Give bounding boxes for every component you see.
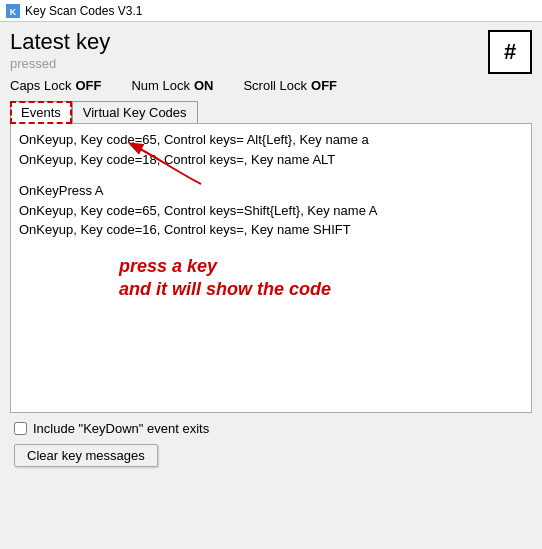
messages-area[interactable]: OnKeyup, Key code=65, Control keys= Alt{… — [10, 123, 532, 413]
caps-lock-label: Caps Lock — [10, 78, 71, 93]
caps-lock-value: OFF — [75, 78, 101, 93]
latest-key-section: Latest key pressed — [10, 30, 110, 71]
tabs-section: Events Virtual Key Codes — [10, 101, 532, 124]
message-line-1: OnKeyup, Key code=65, Control keys= Alt{… — [19, 130, 523, 150]
tab-events[interactable]: Events — [10, 101, 72, 124]
keydown-checkbox[interactable] — [14, 422, 27, 435]
annotation-line2: and it will show the code — [119, 278, 523, 301]
window-title: Key Scan Codes V3.1 — [25, 4, 142, 18]
message-line-4: OnKeyup, Key code=65, Control keys=Shift… — [19, 201, 523, 221]
app-icon: K — [6, 4, 20, 18]
latest-key-label: Latest key — [10, 30, 110, 54]
clear-messages-button[interactable]: Clear key messages — [14, 444, 158, 467]
num-lock-status: Num Lock ON — [131, 78, 213, 93]
num-lock-label: Num Lock — [131, 78, 190, 93]
annotation-line1: press a key — [119, 255, 523, 278]
svg-text:K: K — [10, 7, 17, 17]
scroll-lock-label: Scroll Lock — [243, 78, 307, 93]
top-section: Latest key pressed # — [10, 30, 532, 74]
key-symbol-display: # — [488, 30, 532, 74]
message-line-2: OnKeyup, Key code=18, Control keys=, Key… — [19, 150, 523, 170]
press-key-annotation: press a key and it will show the code — [119, 255, 523, 302]
caps-lock-status: Caps Lock OFF — [10, 78, 101, 93]
keydown-checkbox-label: Include "KeyDown" event exits — [33, 421, 209, 436]
message-blank-1 — [19, 169, 523, 181]
lock-status-bar: Caps Lock OFF Num Lock ON Scroll Lock OF… — [10, 78, 532, 93]
keydown-checkbox-row: Include "KeyDown" event exits — [14, 421, 528, 436]
message-line-5: OnKeyup, Key code=16, Control keys=, Key… — [19, 220, 523, 240]
tab-virtual-key-codes[interactable]: Virtual Key Codes — [72, 101, 198, 124]
message-line-3: OnKeyPress A — [19, 181, 523, 201]
bottom-section: Include "KeyDown" event exits Clear key … — [10, 413, 532, 473]
scroll-lock-status: Scroll Lock OFF — [243, 78, 337, 93]
title-bar: K Key Scan Codes V3.1 — [0, 0, 542, 22]
num-lock-value: ON — [194, 78, 214, 93]
main-window: Latest key pressed # Caps Lock OFF Num L… — [0, 22, 542, 549]
scroll-lock-value: OFF — [311, 78, 337, 93]
latest-key-sub: pressed — [10, 56, 110, 71]
